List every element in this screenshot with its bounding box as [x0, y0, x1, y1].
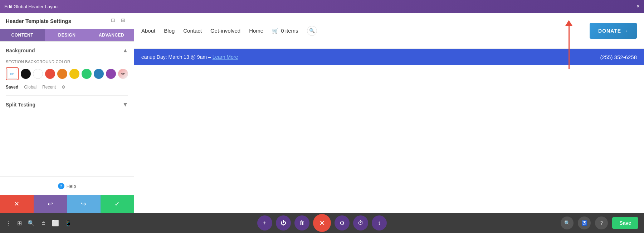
- nav-home[interactable]: Home: [249, 28, 263, 34]
- confirm-button[interactable]: ✓: [101, 195, 134, 213]
- panel-grid-icon[interactable]: ⊞: [121, 17, 128, 24]
- main-layout: Header Template Settings ⊡ ⊞ Content Des…: [0, 13, 644, 213]
- toolbar-delete-button[interactable]: 🗑: [294, 215, 309, 230]
- nav-get-involved[interactable]: Get-involved: [210, 28, 240, 34]
- color-settings-gear-icon[interactable]: ⚙: [62, 85, 65, 90]
- nav-cart[interactable]: 🛒 0 items: [272, 28, 298, 34]
- panel-copy-icon[interactable]: ⊡: [111, 17, 118, 24]
- phone-number: (255) 352-6258: [600, 54, 637, 60]
- blue-bar: eanup Day: March 13 @ 9am – Learn More (…: [134, 49, 644, 65]
- toolbar-help-icon[interactable]: ?: [595, 217, 608, 229]
- tab-design[interactable]: Design: [45, 29, 89, 41]
- red-arrow-head: [565, 20, 572, 26]
- toolbar-power-button[interactable]: ⏻: [276, 215, 291, 230]
- toolbar-menu-icon[interactable]: ⋮: [6, 220, 11, 227]
- toolbar-timer-button[interactable]: ⏱: [353, 215, 368, 230]
- toolbar-close-button[interactable]: ✕: [313, 214, 331, 232]
- nav-bar: About Blog Contact Get-involved Home 🛒 0…: [134, 13, 644, 49]
- toolbar-add-button[interactable]: +: [257, 215, 272, 230]
- help-label: Help: [67, 184, 76, 189]
- help-circle-icon: ?: [58, 183, 64, 189]
- panel-actions: ✕ ↩ ↪ ✓: [0, 195, 134, 213]
- tab-advanced[interactable]: Advanced: [89, 29, 134, 41]
- undo-button[interactable]: ↩: [34, 195, 67, 213]
- toolbar-search-right-icon[interactable]: 🔍: [561, 217, 574, 229]
- toolbar-search-icon[interactable]: 🔍: [28, 220, 35, 227]
- swatch-red[interactable]: [45, 69, 55, 79]
- nav-search-icon[interactable]: 🔍: [307, 26, 317, 36]
- swatch-green[interactable]: [82, 69, 92, 79]
- swatch-black[interactable]: [21, 69, 31, 79]
- left-panel: Header Template Settings ⊡ ⊞ Content Des…: [0, 13, 134, 213]
- color-tab-global[interactable]: Global: [24, 85, 36, 90]
- toolbar-grid-icon[interactable]: ⊞: [17, 220, 22, 227]
- split-testing-title: Split Testing: [6, 102, 35, 108]
- toolbar-mobile-icon[interactable]: 📱: [65, 220, 72, 227]
- title-bar: Edit Global Header Layout ×: [0, 0, 644, 13]
- title-bar-title: Edit Global Header Layout: [4, 4, 59, 9]
- cart-icon: 🛒: [272, 28, 279, 34]
- close-window-button[interactable]: ×: [636, 4, 640, 9]
- swatch-dots: ···: [11, 75, 14, 79]
- swatch-orange[interactable]: [57, 69, 67, 79]
- toolbar-center: + ⏻ 🗑 ✕ ⚙ ⏱ ↕: [257, 214, 387, 232]
- toolbar-accessibility-icon[interactable]: ♿: [578, 217, 591, 229]
- swatch-yellow[interactable]: [69, 69, 79, 79]
- background-toggle-icon[interactable]: ▲: [122, 47, 128, 54]
- background-title: Background: [6, 48, 35, 53]
- help-section: ? Help: [0, 176, 134, 195]
- learn-more-link[interactable]: Learn More: [213, 54, 238, 60]
- color-tabs: Saved Global Recent ⚙: [6, 85, 128, 90]
- swatch-blue[interactable]: [94, 69, 104, 79]
- tab-content[interactable]: Content: [0, 29, 45, 41]
- toolbar-monitor-icon[interactable]: 🖥: [40, 220, 46, 226]
- toolbar-settings-button[interactable]: ⚙: [335, 215, 350, 230]
- toolbar-tablet-icon[interactable]: ⬜: [52, 220, 59, 227]
- white-canvas-area: [134, 65, 644, 213]
- color-tab-saved[interactable]: Saved: [6, 85, 18, 90]
- toolbar-right: 🔍 ♿ ? Save: [561, 217, 638, 229]
- panel-content: Background ▲ Section Background Color ✏ …: [0, 42, 134, 176]
- swatch-purple[interactable]: [106, 69, 116, 79]
- toolbar-left: ⋮ ⊞ 🔍 🖥 ⬜ 📱: [6, 220, 72, 227]
- panel-header-icons: ⊡ ⊞: [111, 17, 128, 24]
- redo-button[interactable]: ↪: [67, 195, 101, 213]
- cart-count: 0 items: [281, 28, 298, 34]
- split-testing-header: Split Testing ▼: [6, 101, 128, 108]
- split-testing-toggle-icon[interactable]: ▼: [122, 101, 128, 108]
- bg-color-label: Section Background Color: [6, 60, 128, 64]
- nav-contact[interactable]: Contact: [183, 28, 202, 34]
- nav-about[interactable]: About: [141, 28, 155, 34]
- nav-blog[interactable]: Blog: [164, 28, 175, 34]
- color-tab-recent[interactable]: Recent: [42, 85, 56, 90]
- swatch-white[interactable]: [33, 69, 43, 79]
- split-testing-section: Split Testing ▼: [6, 95, 128, 108]
- bottom-toolbar: ⋮ ⊞ 🔍 🖥 ⬜ 📱 + ⏻ 🗑 ✕ ⚙ ⏱ ↕ 🔍 ♿ ? Save: [0, 213, 644, 233]
- color-swatches: ✏ ··· ✏: [6, 67, 128, 80]
- help-button[interactable]: ? Help: [58, 183, 76, 189]
- toolbar-sort-button[interactable]: ↕: [372, 215, 387, 230]
- panel-header: Header Template Settings ⊡ ⊞: [0, 13, 134, 29]
- save-button[interactable]: Save: [612, 217, 638, 229]
- panel-title: Header Template Settings: [6, 18, 71, 24]
- background-section-header: Background ▲: [6, 47, 128, 54]
- gradient-swatch[interactable]: ✏: [118, 69, 128, 79]
- discard-button[interactable]: ✕: [0, 195, 34, 213]
- eyedropper-swatch[interactable]: ✏ ···: [6, 67, 19, 80]
- announcement-text: eanup Day: March 13 @ 9am – Learn More: [141, 54, 238, 60]
- announcement-prefix: eanup Day: March 13 @ 9am –: [141, 54, 211, 60]
- tabs-container: Content Design Advanced: [0, 29, 134, 42]
- donate-button[interactable]: DONATE →: [590, 23, 637, 39]
- right-content: About Blog Contact Get-involved Home 🛒 0…: [134, 13, 644, 213]
